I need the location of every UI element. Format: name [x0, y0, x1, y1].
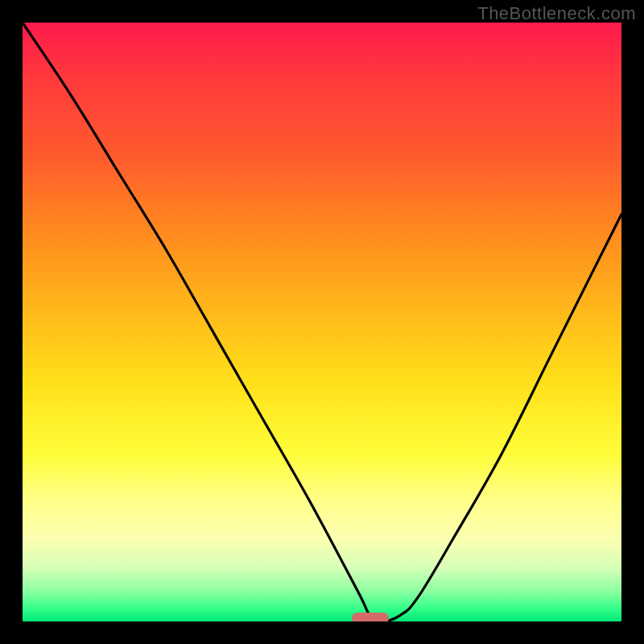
chart-frame: TheBottleneck.com [0, 0, 644, 644]
optimal-marker [352, 613, 389, 621]
plot-area [23, 23, 621, 621]
curve-path [23, 23, 621, 621]
watermark-text: TheBottleneck.com [477, 3, 636, 24]
bottleneck-curve [23, 23, 621, 621]
